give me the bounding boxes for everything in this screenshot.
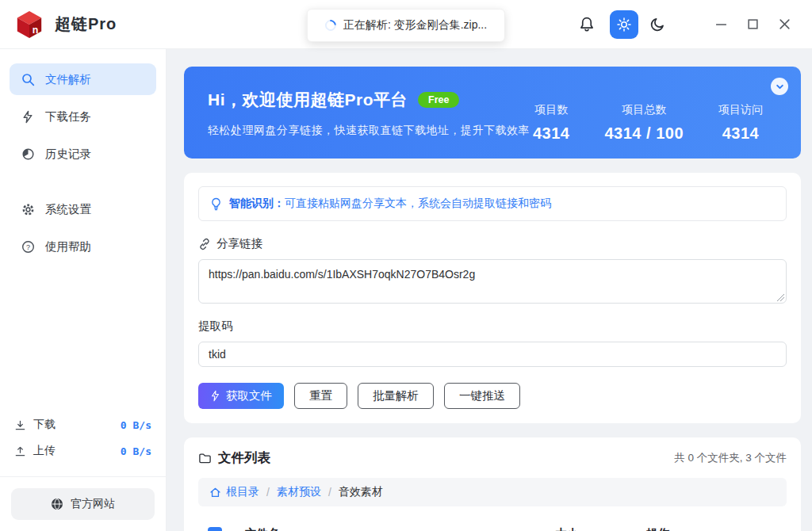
breadcrumb-root[interactable]: 根目录 <box>209 485 259 499</box>
upload-label: 上传 <box>33 444 56 458</box>
download-speed-value: 0 B/s <box>121 419 151 431</box>
banner-greeting: Hi，欢迎使用超链Pro平台 <box>208 89 408 111</box>
column-size: 大小 <box>555 526 646 531</box>
column-filename: 文件名 <box>245 526 555 531</box>
parser-card: 智能识别：可直接粘贴网盘分享文本，系统会自动提取链接和密码 分享链接 http <box>184 173 801 423</box>
breadcrumb-separator: / <box>328 486 331 499</box>
download-speed-row: 下载 0 B/s <box>14 418 151 432</box>
home-icon <box>209 487 221 499</box>
close-button[interactable] <box>777 17 791 32</box>
sidebar-item-label: 历史记录 <box>45 147 91 162</box>
help-icon: ? <box>21 240 35 254</box>
stat-project-count: 项目数 4314 <box>533 103 570 143</box>
sidebar-nav: 文件解析 下载任务 <box>0 49 166 268</box>
sidebar-item-settings[interactable]: 系统设置 <box>10 193 156 225</box>
official-website-label: 官方网站 <box>71 497 115 511</box>
search-icon <box>21 73 35 86</box>
globe-icon <box>51 498 63 510</box>
svg-text:?: ? <box>26 243 30 250</box>
fetch-files-button[interactable]: 获取文件 <box>198 383 284 409</box>
topbar-actions <box>576 10 812 39</box>
lightbulb-icon <box>210 197 222 211</box>
parsing-toast: 正在解析: 变形金刚合集.zip... <box>307 9 505 42</box>
plan-badge: Free <box>418 92 459 108</box>
upload-speed-row: 上传 0 B/s <box>14 444 151 458</box>
breadcrumb-current: 音效素材 <box>339 485 383 499</box>
lightning-icon <box>210 390 220 402</box>
chevron-down-icon <box>776 82 784 91</box>
sidebar-item-label: 系统设置 <box>45 202 91 217</box>
one-click-push-button[interactable]: 一键推送 <box>444 383 520 409</box>
welcome-banner: Hi，欢迎使用超链Pro平台 Free 轻松处理网盘分享链接，快速获取直链下载地… <box>184 67 801 159</box>
tip-body: 可直接粘贴网盘分享文本，系统会自动提取链接和密码 <box>285 197 551 209</box>
tip-title: 智能识别： <box>229 197 285 209</box>
download-icon <box>14 419 26 431</box>
file-list-title-row: 文件列表 <box>198 449 270 467</box>
share-link-label: 分享链接 <box>216 236 262 251</box>
sidebar-item-label: 文件解析 <box>45 72 91 87</box>
sidebar-item-history[interactable]: 历史记录 <box>10 138 156 170</box>
transfer-speeds: 下载 0 B/s 上传 0 B/s <box>0 406 166 470</box>
history-icon <box>21 147 35 161</box>
column-actions: 操作 <box>646 526 787 531</box>
official-website-button[interactable]: 官方网站 <box>11 488 155 520</box>
share-link-input[interactable]: https://pan.baidu.com/s/1IbAXSH7oqkN27O7… <box>198 259 787 304</box>
app-logo-cube-icon: n <box>14 9 44 40</box>
sidebar-divider <box>0 476 166 477</box>
sidebar-item-label: 下载任务 <box>45 109 91 124</box>
smart-detect-tip: 智能识别：可直接粘贴网盘分享文本，系统会自动提取链接和密码 <box>198 186 787 221</box>
extract-code-input[interactable] <box>198 342 787 367</box>
file-list-title: 文件列表 <box>218 449 270 467</box>
batch-parse-button[interactable]: 批量解析 <box>358 383 434 409</box>
topbar: n 超链Pro 正在解析: 变形金刚合集.zip... <box>0 0 812 49</box>
main-content: Hi，欢迎使用超链Pro平台 Free 轻松处理网盘分享链接，快速获取直链下载地… <box>167 49 812 531</box>
select-all-checkbox[interactable] <box>208 527 222 531</box>
banner-collapse-button[interactable] <box>771 78 788 95</box>
sidebar-item-label: 使用帮助 <box>45 239 91 254</box>
maximize-button[interactable] <box>745 17 760 32</box>
svg-text:n: n <box>33 25 39 36</box>
notification-bell-icon[interactable] <box>576 14 597 35</box>
extract-code-label: 提取码 <box>198 319 233 334</box>
app-title: 超链Pro <box>55 13 117 35</box>
sidebar-item-help[interactable]: ? 使用帮助 <box>10 231 156 262</box>
sidebar-item-download-tasks[interactable]: 下载任务 <box>10 101 156 132</box>
dark-theme-moon-icon[interactable] <box>647 14 668 35</box>
stat-project-total: 项目总数 4314 / 100 <box>604 103 684 143</box>
upload-speed-value: 0 B/s <box>121 445 151 457</box>
share-link-label-row: 分享链接 <box>198 236 787 251</box>
banner-stats: 项目数 4314 项目总数 4314 / 100 项目访问 4314 <box>533 103 763 143</box>
file-list-card: 文件列表 共 0 个文件夹, 3 个文件 根目录 / <box>184 437 801 531</box>
upload-icon <box>14 445 26 457</box>
lightning-icon <box>21 110 35 124</box>
code-label-row: 提取码 <box>198 319 787 334</box>
stat-project-visits: 项目访问 4314 <box>718 103 763 143</box>
brand: n 超链Pro <box>0 9 117 40</box>
breadcrumb-separator: / <box>266 486 270 499</box>
resize-grip[interactable] <box>777 294 784 301</box>
action-buttons: 获取文件 重置 批量解析 一键推送 <box>198 383 787 409</box>
file-list-summary: 共 0 个文件夹, 3 个文件 <box>674 451 787 465</box>
sidebar-item-file-parse[interactable]: 文件解析 <box>10 63 156 95</box>
gear-icon <box>21 203 35 216</box>
file-table-header: 文件名 大小 操作 <box>198 526 787 531</box>
folder-icon <box>198 452 212 464</box>
minimize-button[interactable] <box>714 17 728 32</box>
spinner-icon <box>323 17 339 33</box>
sidebar: 文件解析 下载任务 <box>0 49 167 531</box>
download-label: 下载 <box>33 418 56 432</box>
app-window: n 超链Pro 正在解析: 变形金刚合集.zip... <box>0 0 812 531</box>
reset-button[interactable]: 重置 <box>294 383 347 409</box>
breadcrumb: 根目录 / 素材预设 / 音效素材 <box>198 478 787 506</box>
link-icon <box>198 238 211 250</box>
banner-subtitle: 轻松处理网盘分享链接，快速获取直链下载地址，提升下载效率 <box>208 124 533 138</box>
breadcrumb-folder[interactable]: 素材预设 <box>277 485 321 499</box>
light-theme-button[interactable] <box>610 10 638 39</box>
toast-text: 正在解析: 变形金刚合集.zip... <box>343 18 487 32</box>
